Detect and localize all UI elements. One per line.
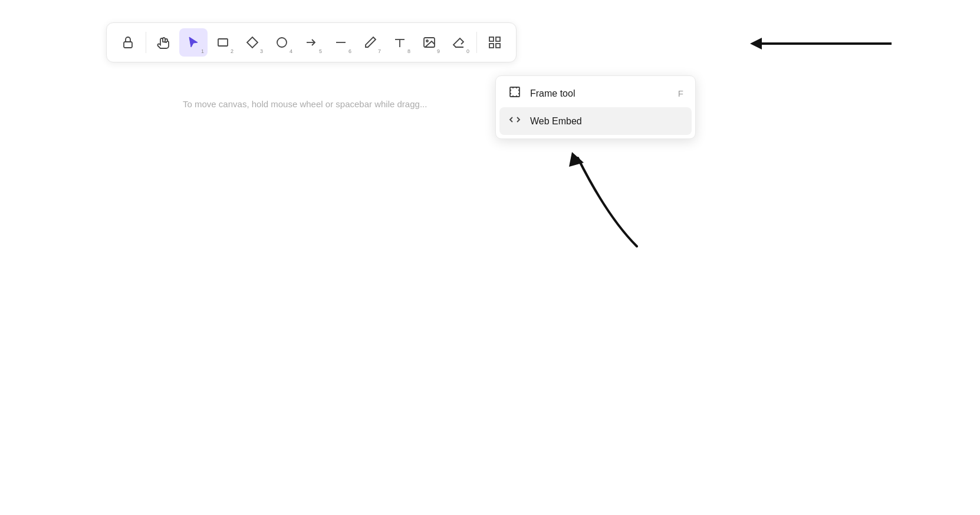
web-embed-menu-item[interactable]: Web Embed <box>499 107 692 135</box>
svg-marker-2 <box>247 37 258 48</box>
pen-icon <box>363 35 377 49</box>
image-shortcut: 9 <box>437 48 440 54</box>
line-shortcut: 6 <box>348 48 351 54</box>
svg-marker-25 <box>750 38 762 49</box>
pen-tool-button[interactable]: 7 <box>356 28 384 57</box>
arrow-icon <box>304 35 318 49</box>
select-shortcut: 1 <box>201 48 204 54</box>
text-tool-button[interactable]: 8 <box>386 28 414 57</box>
pen-shortcut: 7 <box>378 48 381 54</box>
text-icon <box>393 35 407 49</box>
arrow-tool-button[interactable]: 5 <box>297 28 325 57</box>
svg-rect-15 <box>510 87 519 97</box>
frame-tool-label: Frame tool <box>530 88 670 99</box>
rectangle-tool-button[interactable]: 2 <box>209 28 237 57</box>
divider-2 <box>476 32 477 53</box>
canvas-hint: To move canvas, hold mouse wheel or spac… <box>183 99 427 109</box>
annotation-arrow-right <box>744 26 897 61</box>
eraser-icon <box>452 35 466 49</box>
web-embed-icon <box>508 113 522 129</box>
divider-1 <box>146 32 146 53</box>
circle-tool-button[interactable]: 4 <box>268 28 296 57</box>
eraser-shortcut: 0 <box>466 48 469 54</box>
diamond-tool-button[interactable]: 3 <box>238 28 267 57</box>
diamond-icon <box>245 35 259 49</box>
text-shortcut: 8 <box>407 48 410 54</box>
rectangle-shortcut: 2 <box>231 48 234 54</box>
web-embed-label: Web Embed <box>530 116 683 127</box>
svg-rect-14 <box>496 44 500 48</box>
extra-tools-button[interactable] <box>481 28 509 57</box>
canvas-area <box>0 0 980 515</box>
line-tool-button[interactable]: 6 <box>327 28 355 57</box>
circle-icon <box>275 35 289 49</box>
annotation-curved-arrow <box>537 146 702 252</box>
arrow-shortcut: 5 <box>319 48 322 54</box>
eraser-tool-button[interactable]: 0 <box>445 28 473 57</box>
svg-rect-12 <box>496 37 500 41</box>
shapes-icon <box>488 35 502 49</box>
cursor-icon <box>186 35 200 49</box>
svg-point-3 <box>277 38 287 47</box>
svg-rect-1 <box>218 39 228 46</box>
lock-icon <box>121 35 135 49</box>
tool-dropdown-menu: Frame tool F Web Embed <box>495 75 696 139</box>
line-icon <box>334 35 348 49</box>
select-tool-button[interactable]: 1 <box>179 28 208 57</box>
diamond-shortcut: 3 <box>260 48 263 54</box>
lock-tool-button[interactable] <box>114 28 142 57</box>
hand-tool-button[interactable] <box>150 28 178 57</box>
svg-rect-11 <box>489 37 494 41</box>
svg-rect-0 <box>124 42 132 48</box>
svg-point-9 <box>426 40 428 42</box>
frame-tool-shortcut: F <box>678 88 683 98</box>
toolbar: 1 2 3 4 5 6 <box>106 22 517 62</box>
frame-tool-icon <box>508 85 522 101</box>
image-icon <box>422 35 436 49</box>
rectangle-icon <box>216 35 230 49</box>
hand-icon <box>157 35 171 49</box>
svg-rect-13 <box>489 44 494 48</box>
frame-tool-menu-item[interactable]: Frame tool F <box>499 80 692 107</box>
image-tool-button[interactable]: 9 <box>415 28 443 57</box>
circle-shortcut: 4 <box>290 48 292 54</box>
